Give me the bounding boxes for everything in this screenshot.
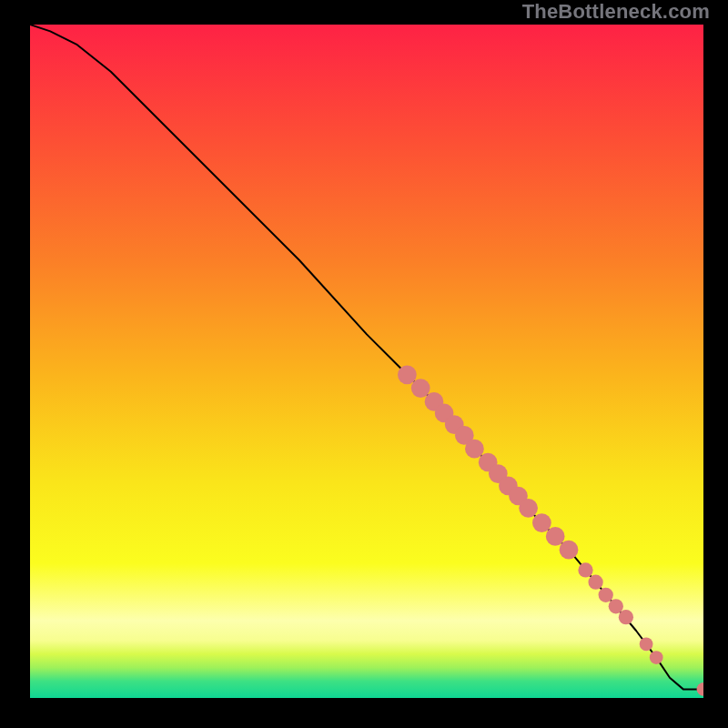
marker-point xyxy=(560,541,579,560)
marker-point xyxy=(546,527,565,546)
marker-point xyxy=(519,499,538,518)
marker-point xyxy=(411,379,430,398)
marker-point xyxy=(609,599,623,613)
marker-point xyxy=(465,440,484,459)
marker-point xyxy=(640,637,653,651)
marker-point xyxy=(398,365,417,384)
attribution-label: TheBottleneck.com xyxy=(522,0,710,24)
chart-svg xyxy=(30,25,703,698)
marker-point xyxy=(532,513,551,532)
marker-point xyxy=(599,588,613,602)
marker-point xyxy=(650,651,663,664)
marker-point xyxy=(578,562,592,577)
plot-area xyxy=(30,25,703,698)
marker-point xyxy=(588,575,602,590)
marker-point xyxy=(619,610,633,624)
chart-container: TheBottleneck.com xyxy=(0,0,728,728)
